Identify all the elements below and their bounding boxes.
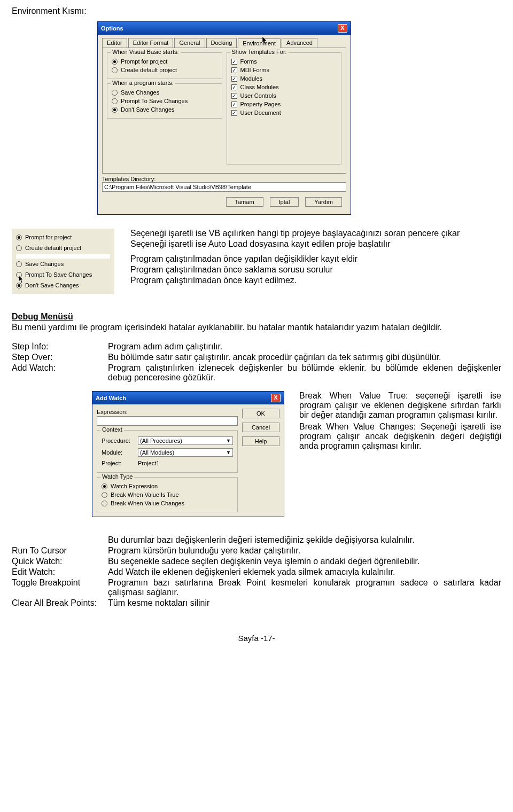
radio-label: Don't Save Changes [121,106,175,113]
check-user-document[interactable]: User Document [231,108,337,117]
radio-prompt-project[interactable]: Prompt for project [16,232,110,243]
proc-label: Procedure: [102,438,135,444]
debug-commands: Bu durumlar bazı değişkenlerin değeri is… [12,535,501,608]
check-label: Modules [240,75,263,82]
radio-label: Save Changes [121,89,159,96]
checkbox-icon [231,110,237,116]
radio-prompt-save[interactable]: Prompt To Save Changes [16,269,110,280]
radio-prompt-project[interactable]: Prompt for project [112,57,217,66]
checkbox-icon [231,59,237,65]
section-heading: Environment Kısmı: [12,6,501,16]
module-dropdown[interactable]: (All Modules)▼ [138,448,233,457]
tab-editor[interactable]: Editor [102,38,127,48]
tab-general[interactable]: General [174,38,205,48]
debug-paragraph: Bu menü yardımı ile program içerisindeki… [12,323,501,332]
radio-icon [102,492,107,498]
check-modules[interactable]: Modules [231,74,337,83]
def-desc: Bu durumlar bazı değişkenlerin değeri is… [108,535,501,545]
radio-label: Save Changes [25,261,64,267]
radio-label: Don't Save Changes [25,282,79,288]
project-value: Project1 [138,460,159,466]
radio-break-value-changes[interactable]: Break When Value Changes [102,499,233,508]
radio-icon [112,90,118,96]
close-icon[interactable]: X [338,24,347,33]
def-term: Toggle Breakpoint [12,578,108,597]
desc-line: Seçeneği işaretli ise VB açılırken hangi… [130,229,501,238]
project-label: Project: [102,460,135,466]
check-property-pages[interactable]: Property Pages [231,100,337,108]
module-label: Module: [102,449,135,456]
ok-button[interactable]: OK [242,409,279,418]
radio-save-changes[interactable]: Save Changes [16,259,110,269]
radio-label: Break When Value Changes [111,500,184,506]
add-watch-dialog: Add Watch X Expression: Context Procedur… [92,391,284,517]
radio-break-value-true[interactable]: Break When Value Is True [102,490,233,499]
tab-docking[interactable]: Docking [206,38,237,48]
cancel-button[interactable]: Cancel [242,423,279,432]
checkbox-icon [231,76,237,82]
check-user-controls[interactable]: User Controls [231,91,337,100]
radio-watch-expression[interactable]: Watch Expression [102,482,233,490]
cancel-button[interactable]: İptal [270,197,299,207]
tab-advanced[interactable]: Advanced [282,38,317,48]
def-term: Quick Watch: [12,557,108,566]
add-watch-titlebar: Add Watch X [92,392,284,404]
def-term: Add Watch: [12,363,108,382]
expression-input[interactable] [97,416,238,426]
check-label: Forms [240,58,257,65]
check-forms[interactable]: Forms [231,57,337,66]
radio-dont-save[interactable]: Don't Save Changes [16,280,110,291]
dialog-title: Add Watch [96,395,126,401]
def-term [12,535,108,545]
close-icon[interactable]: X [271,394,281,402]
checkbox-icon [231,67,237,73]
note-paragraph: Break When Value True: seçeneği işaretli… [299,391,501,420]
tab-editor-format[interactable]: Editor Format [128,38,174,48]
check-class-modules[interactable]: Class Modules [231,83,337,91]
desc-line: Seçeneği işaretli ise Auto Load dosyasın… [130,239,501,249]
def-term: Run To Cursor [12,546,108,556]
templates-dir-input[interactable] [102,182,346,192]
dropdown-value: (All Modules) [140,449,174,456]
group-vb-starts: When Visual Basic starts: Prompt for pro… [107,52,222,79]
options-tabs: Editor Editor Format General Docking Env… [102,38,346,48]
check-label: User Document [240,110,281,116]
radio-create-default[interactable]: Create default project [16,243,110,253]
note-paragraph: Break When Value Changes: Seçeneği işare… [299,422,501,451]
def-term: Clear All Break Points: [12,598,108,608]
ok-button[interactable]: Tamam [226,197,263,207]
desc-line: Program çalıştırılmadan önce yapılan değ… [130,254,501,264]
def-desc: Bu bölümde satır satır çalıştırılır. anc… [108,353,501,362]
radio-label: Create default project [25,245,81,251]
tab-environment[interactable]: Environment [238,38,281,48]
options-titlebar: Options X [98,22,351,35]
radio-label: Prompt for project [25,234,72,240]
chevron-down-icon: ▼ [226,450,231,455]
check-label: Class Modules [240,84,279,90]
proc-dropdown[interactable]: (All Procedures)▼ [138,436,233,445]
radio-save-changes[interactable]: Save Changes [112,88,217,97]
check-label: User Controls [240,92,276,99]
radio-label: Prompt To Save Changes [121,98,188,104]
help-button[interactable]: Yardım [305,197,342,207]
radio-icon [16,235,22,240]
expression-label: Expression: [97,409,238,415]
group-legend: Context [100,426,124,433]
def-desc: Bu seçenekle sadece seçilen değişkenin v… [108,557,501,566]
radio-icon [16,261,22,267]
radio-icon [102,501,107,506]
help-button[interactable]: Help [242,436,279,446]
check-label: Property Pages [240,101,281,107]
check-label: MDI Forms [240,67,269,73]
def-term: Step Over: [12,353,108,362]
radio-prompt-save[interactable]: Prompt To Save Changes [112,97,217,105]
radio-label: Watch Expression [111,483,158,489]
radio-create-default[interactable]: Create default project [112,66,217,74]
check-mdi-forms[interactable]: MDI Forms [231,66,337,74]
def-desc: Tüm kesme noktaları silinir [108,598,501,608]
dropdown-value: (All Procedures) [140,438,182,444]
radio-dont-save[interactable]: Don't Save Changes [112,105,217,114]
def-desc: Programın bazı satırlarına Break Point k… [108,578,501,597]
options-dialog: Options X Editor Editor Format General D… [97,21,351,215]
chevron-down-icon: ▼ [226,438,231,443]
